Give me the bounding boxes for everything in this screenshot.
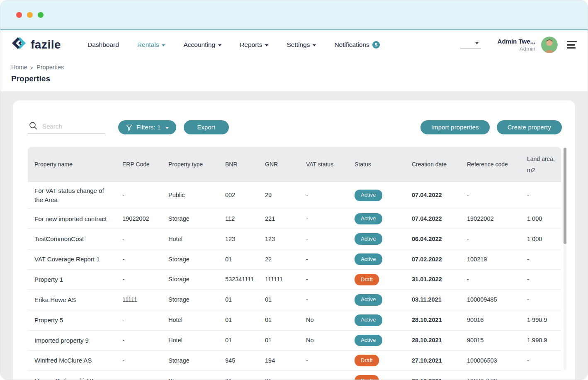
avatar[interactable] bbox=[541, 37, 558, 53]
breadcrumb-home[interactable]: Home bbox=[11, 64, 27, 71]
browser-titlebar bbox=[0, 0, 588, 30]
status-badge: Active bbox=[355, 233, 382, 245]
breadcrumb: Home › Properties bbox=[11, 64, 577, 71]
cell-status: Active bbox=[350, 229, 408, 249]
col-creation-date[interactable]: Creation date bbox=[408, 147, 463, 182]
cell-reference-code: - bbox=[463, 270, 523, 290]
nav-dashboard[interactable]: Dashboard bbox=[87, 41, 119, 49]
table-row[interactable]: Property 1 - Storage 532341111 111111 - … bbox=[28, 270, 561, 290]
cell-gnr: 111111 bbox=[261, 270, 302, 290]
main-nav: Dashboard Rentals Accounting Reports Set… bbox=[87, 41, 380, 49]
app-header: fazile Dashboard Rentals Accounting Repo… bbox=[0, 30, 588, 59]
minimize-window-icon[interactable] bbox=[27, 12, 33, 18]
col-property-type[interactable]: Property type bbox=[164, 147, 221, 182]
cell-erp-code: - bbox=[118, 371, 164, 380]
language-dropdown[interactable] bbox=[460, 41, 481, 49]
cell-gnr: 221 bbox=[261, 209, 302, 229]
cell-land-area: - bbox=[523, 351, 561, 371]
col-land-area[interactable]: Land area, m2 bbox=[523, 147, 561, 182]
cell-property-name: Property 5 bbox=[28, 310, 118, 330]
table-row[interactable]: Property 5 - Hotel 01 01 No Active 28.10… bbox=[28, 310, 561, 330]
toolbar-right: Import properties Create property bbox=[420, 120, 562, 134]
col-status[interactable]: Status bbox=[350, 147, 408, 182]
table-row[interactable]: TestCommonCost - Hotel 123 123 - Active … bbox=[28, 229, 561, 249]
table-row[interactable]: Imported property 9 - Hotel 01 01 No Act… bbox=[28, 330, 561, 351]
main-area: Filters: 1 Export Import properties Crea… bbox=[0, 91, 588, 380]
cell-bnr: 01 bbox=[221, 290, 261, 310]
logo[interactable]: fazile bbox=[11, 36, 61, 54]
notifications-count-badge: 5 bbox=[372, 41, 380, 49]
create-property-button[interactable]: Create property bbox=[497, 120, 562, 134]
nav-rentals[interactable]: Rentals bbox=[137, 41, 165, 49]
filters-button[interactable]: Filters: 1 bbox=[118, 120, 176, 134]
cell-reference-code: 90015 bbox=[463, 330, 523, 351]
cell-reference-code: 100219 bbox=[463, 249, 523, 270]
cell-creation-date: 07.02.2022 bbox=[408, 249, 463, 270]
cell-creation-date: 28.10.2021 bbox=[408, 310, 463, 330]
chevron-down-icon bbox=[313, 44, 316, 46]
col-bnr[interactable]: BNR bbox=[221, 147, 261, 182]
cell-property-name: Imported property 9 bbox=[28, 330, 118, 351]
col-reference-code[interactable]: Reference code bbox=[463, 147, 523, 182]
cell-creation-date: 03.11.2021 bbox=[408, 290, 463, 310]
cell-property-type: Public bbox=[164, 182, 221, 209]
cell-reference-code: 100009485 bbox=[463, 290, 523, 310]
cell-erp-code: - bbox=[118, 182, 164, 209]
properties-table-container: Property name ERP Code Property type BNR… bbox=[28, 147, 561, 380]
nav-notifications[interactable]: Notifications 5 bbox=[334, 41, 379, 49]
cell-gnr: 01 bbox=[261, 290, 302, 310]
cell-reference-code: 19022002 bbox=[463, 209, 523, 229]
status-badge: Active bbox=[355, 314, 382, 326]
cell-bnr: 945 bbox=[221, 351, 261, 371]
cell-erp-code: 11111 bbox=[118, 290, 164, 310]
table-row[interactable]: Megan Gutkowski AS - Storage 01 01 - Dra… bbox=[28, 371, 561, 380]
breadcrumb-current: Properties bbox=[36, 64, 64, 71]
cell-creation-date: 07.04.2022 bbox=[408, 209, 463, 229]
search-input[interactable] bbox=[28, 121, 105, 134]
traffic-lights bbox=[16, 12, 44, 18]
cell-vat-status: - bbox=[302, 351, 350, 371]
table-row[interactable]: Winifred McClure AS - Storage 945 194 - … bbox=[28, 351, 561, 371]
cell-bnr: 01 bbox=[221, 371, 261, 380]
nav-reports[interactable]: Reports bbox=[240, 41, 268, 49]
cell-creation-date: 06.04.2022 bbox=[408, 229, 463, 249]
cell-property-type: Storage bbox=[164, 209, 221, 229]
table-row[interactable]: Erika Howe AS 11111 Storage 01 01 - Acti… bbox=[28, 290, 561, 310]
cell-bnr: 112 bbox=[221, 209, 261, 229]
table-row[interactable]: VAT Coverage Report 1 - Storage 01 22 - … bbox=[28, 249, 561, 270]
search-icon bbox=[29, 121, 38, 132]
cell-bnr: 01 bbox=[221, 330, 261, 351]
close-window-icon[interactable] bbox=[16, 12, 22, 18]
cell-land-area: 1 990.9 bbox=[523, 330, 561, 351]
cell-land-area: - bbox=[523, 290, 561, 310]
properties-table: Property name ERP Code Property type BNR… bbox=[28, 147, 561, 380]
status-badge: Draft bbox=[355, 355, 379, 366]
col-erp-code[interactable]: ERP Code bbox=[118, 147, 164, 182]
export-button[interactable]: Export bbox=[184, 120, 229, 134]
cell-gnr: 22 bbox=[261, 249, 302, 270]
cell-status: Draft bbox=[350, 351, 408, 371]
cell-creation-date: 27.10.2021 bbox=[408, 351, 463, 371]
nav-settings[interactable]: Settings bbox=[287, 41, 316, 49]
cell-gnr: 01 bbox=[261, 310, 302, 330]
col-gnr[interactable]: GNR bbox=[261, 147, 302, 182]
scrollbar-thumb[interactable] bbox=[564, 148, 566, 244]
cell-property-name: VAT Coverage Report 1 bbox=[28, 249, 118, 270]
nav-accounting[interactable]: Accounting bbox=[183, 41, 221, 49]
cell-bnr: 532341111 bbox=[221, 270, 261, 290]
cell-erp-code: - bbox=[118, 351, 164, 371]
menu-icon[interactable] bbox=[567, 41, 577, 49]
cell-gnr: 194 bbox=[261, 351, 302, 371]
cell-status: Active bbox=[350, 310, 408, 330]
cell-land-area: - bbox=[523, 371, 561, 380]
table-row[interactable]: For VAT status change of the Area - Publ… bbox=[28, 182, 561, 209]
maximize-window-icon[interactable] bbox=[38, 12, 44, 18]
col-vat-status[interactable]: VAT status bbox=[302, 147, 350, 182]
table-body: For VAT status change of the Area - Publ… bbox=[28, 182, 561, 380]
cell-creation-date: 31.01.2022 bbox=[408, 270, 463, 290]
table-scrollbar bbox=[564, 148, 566, 370]
import-properties-button[interactable]: Import properties bbox=[420, 120, 490, 134]
col-property-name[interactable]: Property name bbox=[28, 147, 118, 182]
user-info[interactable]: Admin Twe... Admin bbox=[498, 38, 535, 52]
table-row[interactable]: For new imported contract 19022002 Stora… bbox=[28, 209, 561, 229]
